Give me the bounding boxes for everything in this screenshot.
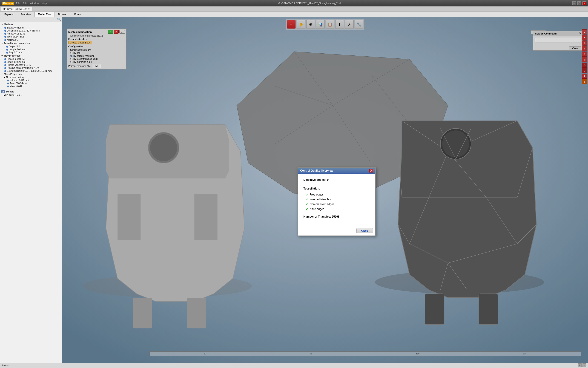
area-item: Area: 590.54 cm² bbox=[0, 82, 62, 85]
all-models-arrow-icon: ▼ bbox=[4, 76, 6, 79]
model-arrow-icon: ▶ bbox=[4, 94, 5, 96]
dialog-title-text: Control Quality Overview bbox=[300, 169, 333, 172]
knife-edges-check: ✓ Knife edges bbox=[306, 207, 370, 211]
angle-item: Angle: 45 ° bbox=[0, 45, 62, 48]
bullet-icon bbox=[7, 83, 9, 84]
materials-item: Materials ⚙ bbox=[0, 38, 62, 42]
bottom-icon-1[interactable]: ⊞ bbox=[578, 363, 582, 367]
name-item: Name: WLS 3232 bbox=[0, 32, 62, 35]
dialog-close-button[interactable]: Close bbox=[356, 228, 373, 233]
defective-bodies-line: Defective bodies: 0 bbox=[304, 178, 370, 182]
tab-model-tree[interactable]: Model Tree bbox=[35, 12, 54, 17]
tessellation-label: Tessellation parameters bbox=[4, 42, 30, 45]
tray-section[interactable]: ▼ Tray properties bbox=[0, 54, 62, 57]
models-section[interactable]: ⊞ Models bbox=[0, 90, 62, 94]
bullet-icon bbox=[4, 67, 6, 69]
viewport[interactable]: + ✋ ✳ 📊 📋 ⬇ ↗ 🔧 Healing 🔧 Mesh simplific… bbox=[62, 17, 588, 363]
inverted-triangles-label: Inverted triangles bbox=[310, 198, 331, 201]
tab-browser[interactable]: Browser bbox=[55, 12, 71, 17]
bullet-icon bbox=[4, 70, 6, 72]
mass-item: Mass: 0.047 bbox=[0, 85, 62, 88]
bullet-icon bbox=[4, 30, 6, 32]
tessellation-label: Tessellation: bbox=[304, 187, 370, 190]
tab-printer[interactable]: Printer bbox=[71, 12, 85, 17]
brand-item: Brand: Weirather bbox=[0, 26, 62, 29]
bullet-icon bbox=[6, 49, 8, 51]
title-bar-menu: File Edit Window Help bbox=[16, 2, 47, 5]
inverted-triangles-check: ✓ Inverted triangles bbox=[306, 198, 370, 201]
non-manifold-checkmark: ✓ bbox=[306, 203, 308, 206]
printed-volume-item: Printed volume: 0.12 % bbox=[0, 64, 62, 66]
triangles-count-line: Number of Triangles: 25998 bbox=[304, 215, 370, 218]
control-quality-dialog: Control Quality Overview ✕ Defective bod… bbox=[298, 167, 376, 236]
bullet-icon bbox=[4, 36, 6, 38]
free-edges-checkmark: ✓ bbox=[306, 193, 308, 196]
document-tab[interactable]: 02_Scan_Healing_2.stl ✕ bbox=[1, 7, 32, 11]
menu-edit[interactable]: Edit bbox=[23, 2, 27, 5]
panel-search-icon[interactable]: 🔍 bbox=[57, 18, 61, 21]
quality-checks-list: ✓ Free edges ✓ Inverted triangles ✓ Non-… bbox=[304, 193, 370, 211]
free-edges-check: ✓ Free edges bbox=[306, 193, 370, 196]
dialog-title-bar: Control Quality Overview ✕ bbox=[298, 168, 375, 174]
mass-section[interactable]: ▼ Mass Properties bbox=[0, 73, 62, 76]
machine-label: Machine bbox=[4, 23, 13, 26]
volume-item: Volume: 0.047 dm³ bbox=[0, 79, 62, 82]
menu-file[interactable]: File bbox=[16, 2, 20, 5]
title-bar: 4DADDITIVE File Edit Window Help G:\DEMO… bbox=[0, 0, 588, 6]
materials-gear-icon[interactable]: ⚙ bbox=[16, 38, 19, 41]
models-label: Models bbox=[6, 90, 14, 93]
bottom-icon-2[interactable]: + bbox=[582, 363, 586, 367]
sag-item: Sag: 0.02 mm bbox=[0, 51, 62, 54]
bottom-right-icons: ⊞ + bbox=[578, 363, 586, 367]
model-file-item[interactable]: ▶ 02_Scan_Hea... bbox=[0, 94, 62, 97]
machine-section[interactable]: ▼ Machine bbox=[0, 23, 62, 26]
tab-close-icon[interactable]: ✕ bbox=[28, 8, 30, 10]
main-content: 🔍 ▼ Machine Brand: Weirather Dimension: … bbox=[0, 17, 588, 363]
bullet-icon bbox=[4, 61, 6, 63]
relative-volume-item: Relative printed volume: 0.41 % bbox=[0, 66, 62, 69]
knife-edges-label: Knife edges bbox=[310, 207, 324, 211]
inverted-triangles-checkmark: ✓ bbox=[306, 198, 308, 201]
left-panel: 🔍 ▼ Machine Brand: Weirather Dimension: … bbox=[0, 17, 62, 363]
zmax-item: Zmax: 110.21 mm bbox=[0, 61, 62, 64]
knife-edges-checkmark: ✓ bbox=[306, 207, 308, 211]
bounding-item: Bounding Box: 84.65 x 128.66 x 110.21 mm bbox=[0, 69, 62, 73]
dialog-close-icon[interactable]: ✕ bbox=[369, 169, 373, 173]
tessellation-section[interactable]: ▼ Tessellation parameters bbox=[0, 42, 62, 45]
title-bar-controls: ─ □ ✕ bbox=[572, 1, 586, 5]
dialog-footer: Close bbox=[298, 226, 375, 236]
tray-arrow-icon: ▼ bbox=[1, 55, 3, 57]
length-item: Length: 500 mm bbox=[0, 48, 62, 51]
dimension-item: Dimension: 320 x 320 x 380 mm bbox=[0, 29, 62, 32]
bullet-icon bbox=[6, 46, 8, 48]
tab-favorites[interactable]: Favorites bbox=[17, 12, 35, 17]
mass-arrow-icon: ▼ bbox=[1, 73, 3, 75]
all-models-item: ▼ All models on tray bbox=[0, 76, 62, 79]
close-button[interactable]: ✕ bbox=[582, 1, 586, 5]
bullet-icon bbox=[7, 86, 9, 87]
app-logo: 4DADDITIVE bbox=[2, 2, 14, 5]
minimize-button[interactable]: ─ bbox=[572, 1, 576, 5]
tessellation-arrow-icon: ▼ bbox=[1, 42, 3, 45]
bullet-icon bbox=[4, 64, 6, 66]
bullet-icon bbox=[4, 27, 6, 29]
free-edges-label: Free edges bbox=[310, 193, 324, 196]
menu-help[interactable]: Help bbox=[42, 2, 47, 5]
placed-item: Placed model: 1/1 bbox=[0, 57, 62, 61]
bullet-icon bbox=[6, 52, 8, 54]
status-text: Ready bbox=[2, 364, 9, 367]
dialog-overlay: Control Quality Overview ✕ Defective bod… bbox=[62, 17, 588, 363]
tab-explorer[interactable]: Explorer bbox=[1, 12, 17, 17]
bullet-icon bbox=[4, 33, 6, 35]
nav-tabs: Explorer Favorites Model Tree Browser Pr… bbox=[0, 11, 588, 17]
window-title: G:\DEMO\4D ADDITIVE\1_Heal\02_Scan_Heali… bbox=[278, 2, 341, 5]
status-bar: Ready ⊞ + bbox=[0, 363, 588, 368]
restore-button[interactable]: □ bbox=[578, 1, 581, 5]
non-manifold-edges-check: ✓ Non-manifold edges bbox=[306, 203, 370, 206]
menu-window[interactable]: Window bbox=[30, 2, 39, 5]
tray-label: Tray properties bbox=[4, 55, 20, 57]
app-window: 4DADDITIVE File Edit Window Help G:\DEMO… bbox=[0, 0, 588, 368]
left-panel-header: 🔍 bbox=[0, 17, 62, 22]
tree-content: ▼ Machine Brand: Weirather Dimension: 32… bbox=[0, 22, 62, 363]
bullet-icon bbox=[4, 58, 6, 60]
